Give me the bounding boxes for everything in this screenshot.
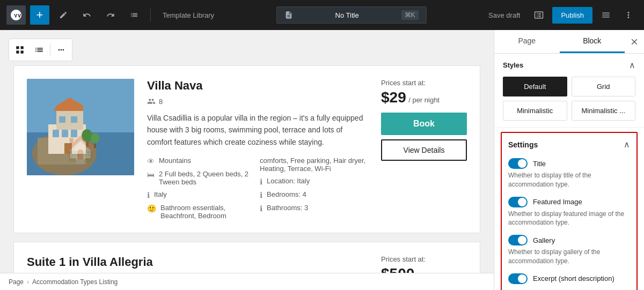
gallery-toggle[interactable]	[508, 235, 528, 246]
svg-point-16	[91, 133, 99, 144]
canvas-wrapper: Villa Nava 8 Villa Csadillia is a popula…	[0, 30, 494, 290]
canvas-scroll[interactable]: Villa Nava 8 Villa Csadillia is a popula…	[0, 30, 494, 273]
publish-button[interactable]: Publish	[552, 7, 592, 24]
feature-row-1: 👁 Mountains	[147, 157, 255, 166]
redo-button[interactable]	[101, 5, 120, 25]
gallery-label: Gallery	[533, 236, 555, 244]
feature-location-detail: Location: Italy	[267, 177, 310, 185]
excerpt-toggle[interactable]	[508, 273, 528, 284]
more-options-button[interactable]	[619, 7, 638, 23]
price-amount: $29	[381, 89, 406, 106]
svg-point-14	[82, 129, 92, 142]
gallery-toggle-row: Gallery Whether to display gallery of th…	[508, 235, 630, 266]
featured-image-toggle-row: Featured Image Whether to display featur…	[508, 197, 630, 228]
feature-row-4: 🙂 Bathroom essentials, Beachfront, Bedro…	[147, 204, 255, 220]
feature-row-7: ℹ Bedrooms: 4	[260, 190, 368, 199]
block-view-list-button[interactable]	[31, 41, 48, 58]
book-button[interactable]: Book	[381, 113, 467, 135]
style-minimalistic2-button[interactable]: Minimalistic ...	[572, 101, 636, 121]
post-title-area[interactable]: No Title ⌘K	[276, 6, 427, 24]
breadcrumb-page[interactable]: Page	[9, 278, 24, 286]
featured-image-desc: Whether to display featured image of the…	[508, 210, 630, 228]
breadcrumb-bar: Page › Accommodation Types Listing	[0, 273, 494, 290]
top-bar: + Template Library No Title ⌘K Save draf…	[0, 0, 644, 30]
svg-rect-11	[71, 130, 77, 137]
settings-section: Settings ∧ Title Whether to display titl…	[501, 132, 638, 290]
price-per: / per night	[408, 96, 440, 104]
svg-rect-10	[62, 130, 68, 137]
feature-mountains: Mountains	[159, 157, 191, 165]
price-display: $29 / per night	[381, 89, 467, 106]
info-icon-3: ℹ	[260, 204, 262, 213]
block-toolbar	[9, 39, 72, 61]
bed-icon: 🛏	[147, 170, 155, 179]
featured-image-label: Featured Image	[533, 198, 582, 206]
card2-price-label: Prices start at:	[381, 255, 467, 263]
block-view-grid-button[interactable]	[11, 41, 28, 58]
panel-tabs: Page Block	[494, 30, 644, 54]
people-icon	[147, 97, 156, 106]
close-icon	[630, 37, 639, 47]
card-features: 👁 Mountains 🛏 2 Full beds, 2 Queen beds,…	[147, 157, 368, 220]
amenities-icon: 🙂	[147, 204, 156, 213]
feature-bathrooms: Bathrooms: 3	[267, 204, 308, 212]
feature-location: Italy	[154, 190, 167, 198]
svg-rect-7	[59, 116, 65, 123]
info-icon-1: ℹ	[260, 177, 262, 186]
card2-price-amount: $500	[381, 265, 414, 273]
view-details-button[interactable]: View Details	[381, 139, 467, 161]
title-toggle[interactable]	[508, 158, 528, 169]
excerpt-label-row: Excerpt (short description)	[508, 273, 630, 284]
excerpt-toggle-row: Excerpt (short description)	[508, 273, 630, 284]
template-library-button[interactable]: Template Library	[157, 8, 219, 23]
svg-rect-9	[53, 130, 59, 137]
more-icon	[624, 10, 633, 20]
style-default-button[interactable]: Default	[503, 77, 567, 96]
save-draft-button[interactable]: Save draft	[483, 8, 525, 23]
feature-row-5: comforts, Free parking, Hair dryer, Heat…	[260, 157, 368, 173]
villa-image	[27, 79, 134, 175]
list-view-icon	[130, 11, 138, 19]
tab-block[interactable]: Block	[560, 30, 625, 53]
title-toggle-label-row: Title	[508, 158, 630, 169]
card-description: Villa Csadillia is a popular villa in th…	[147, 112, 368, 148]
panel-close-button[interactable]	[625, 30, 644, 53]
grid-view-icon	[15, 45, 25, 55]
undo-button[interactable]	[77, 5, 97, 25]
settings-button[interactable]	[597, 7, 615, 23]
villa-illustration	[27, 79, 134, 175]
card-meta: 8	[147, 97, 368, 106]
edit-button[interactable]	[54, 5, 73, 25]
wp-logo	[6, 5, 26, 25]
styles-grid: Default Grid Minimalistic Minimalistic .…	[503, 77, 635, 121]
block-more-button[interactable]	[53, 41, 70, 58]
preview-icon	[534, 10, 544, 20]
feature-bedrooms: Bedrooms: 4	[267, 190, 306, 198]
card-image	[27, 79, 134, 175]
edit-icon	[59, 11, 68, 19]
accommodation-card-2: Suite 1 in Villa Allegria 6 280m² Prices…	[13, 242, 480, 273]
style-minimalistic-button[interactable]: Minimalistic	[503, 101, 567, 121]
view-icon: 👁	[147, 157, 155, 166]
card2-title: Suite 1 in Villa Allegria	[27, 255, 368, 269]
feature-beds: 2 Full beds, 2 Queen beds, 2 Tween beds	[159, 170, 255, 186]
svg-rect-12	[64, 143, 72, 154]
document-icon	[284, 11, 293, 19]
settings-icon	[601, 10, 611, 20]
breadcrumb-item[interactable]: Accommodation Types Listing	[32, 278, 118, 286]
styles-collapse-button[interactable]: ∧	[629, 60, 635, 70]
tab-page[interactable]: Page	[494, 30, 560, 53]
featured-image-toggle[interactable]	[508, 197, 528, 207]
style-grid-button[interactable]: Grid	[572, 77, 636, 96]
undo-icon	[83, 11, 91, 19]
info-icon-2: ℹ	[260, 191, 262, 199]
wordpress-icon	[10, 9, 23, 21]
feature-row-2: 🛏 2 Full beds, 2 Queen beds, 2 Tween bed…	[147, 170, 255, 186]
settings-collapse-button[interactable]: ∧	[624, 139, 630, 150]
preview-button[interactable]	[530, 7, 548, 23]
features-right: comforts, Free parking, Hair dryer, Heat…	[260, 157, 368, 220]
card-title: Villa Nava	[147, 79, 368, 93]
add-block-button[interactable]: +	[30, 5, 49, 25]
list-view-button[interactable]	[125, 5, 144, 25]
toolbar-sep	[50, 43, 50, 56]
